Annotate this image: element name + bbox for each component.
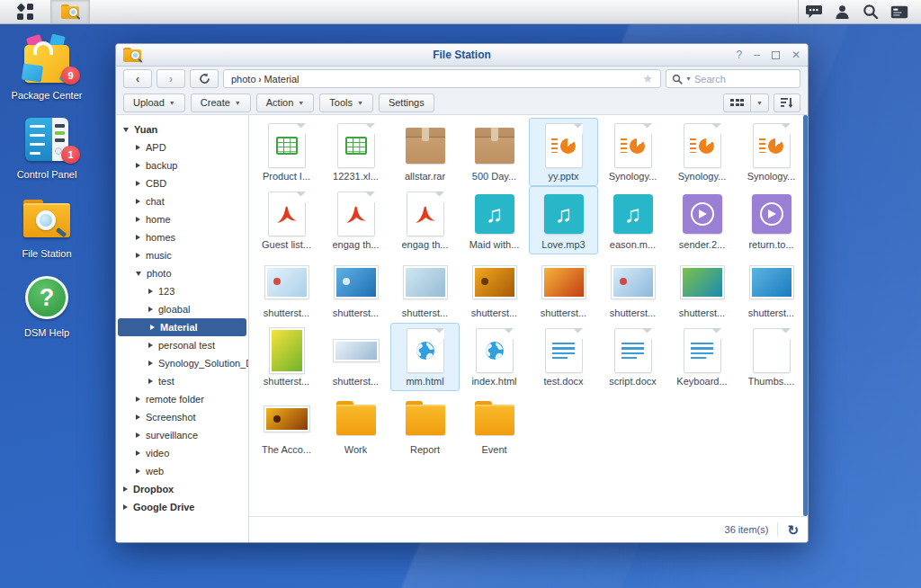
view-mode-caret-icon[interactable]: ▼	[750, 94, 768, 111]
chevron-right-icon[interactable]	[136, 414, 140, 420]
search-button[interactable]	[856, 0, 885, 24]
sidebar-item-cbd[interactable]: CBD	[116, 174, 248, 192]
bookmark-star-icon[interactable]: ★	[642, 72, 653, 85]
chevron-right-icon[interactable]	[123, 486, 128, 492]
chevron-right-icon[interactable]	[136, 432, 140, 438]
file-item[interactable]: test.docx	[529, 323, 598, 391]
desktop-icon-dsm-help[interactable]: ? DSM Help	[7, 272, 86, 339]
sidebar-item-backup[interactable]: backup	[116, 156, 248, 174]
chevron-right-icon[interactable]	[136, 468, 140, 474]
search-input[interactable]	[694, 74, 775, 85]
chevron-right-icon[interactable]	[148, 307, 153, 312]
sidebar-item-synology-solution-d[interactable]: Synology_Solution_D	[116, 354, 248, 372]
chevron-right-icon[interactable]	[136, 199, 140, 204]
sidebar-item-google-drive[interactable]: Google Drive	[116, 498, 248, 516]
chevron-right-icon[interactable]	[123, 504, 128, 510]
file-item[interactable]: shutterst...	[321, 323, 390, 391]
create-button[interactable]: Create▼	[191, 94, 251, 112]
search-box[interactable]: ▼	[666, 69, 800, 88]
file-item[interactable]: The Acco...	[252, 391, 321, 459]
refresh-button[interactable]	[190, 69, 219, 88]
breadcrumb-segment[interactable]: Material	[264, 74, 299, 85]
file-item[interactable]: Synology...	[598, 118, 667, 186]
sidebar-item-home[interactable]: home	[116, 210, 248, 228]
file-item[interactable]: Synology...	[737, 118, 806, 186]
notifications-button[interactable]	[799, 0, 827, 24]
file-item[interactable]: Keyboard...	[667, 323, 737, 391]
sidebar-item-music[interactable]: music	[116, 246, 248, 264]
file-item[interactable]: mm.html	[390, 323, 460, 391]
sidebar-item-surveillance[interactable]: surveillance	[116, 426, 248, 444]
help-button[interactable]: ?	[737, 49, 743, 60]
sidebar-item-homes[interactable]: homes	[116, 228, 248, 246]
file-scroll-area[interactable]: Product I...12231.xl...allstar.rar500 Da…	[249, 115, 808, 516]
status-refresh-button[interactable]: ↻	[787, 523, 799, 537]
chevron-right-icon[interactable]	[136, 396, 140, 402]
file-item[interactable]: Work	[321, 391, 390, 459]
sidebar-item-remote-folder[interactable]: remote folder	[116, 390, 248, 408]
user-menu-button[interactable]	[827, 0, 856, 24]
breadcrumb-segment[interactable]: photo	[231, 74, 256, 85]
file-item[interactable]: shutterst...	[252, 254, 321, 323]
chevron-right-icon[interactable]	[148, 289, 153, 294]
chevron-right-icon[interactable]	[136, 235, 140, 240]
file-item[interactable]: shutterst...	[390, 254, 460, 323]
maximize-button[interactable]	[772, 51, 780, 59]
file-item[interactable]: Event	[460, 391, 529, 459]
desktop-icon-package-center[interactable]: 9 Package Center	[7, 34, 86, 102]
chevron-down-icon[interactable]	[136, 272, 141, 276]
file-item[interactable]: Guest list...	[252, 186, 321, 254]
sidebar-item-test[interactable]: test	[116, 372, 248, 390]
minimize-button[interactable]: –	[754, 49, 760, 60]
file-item[interactable]: Thumbs....	[737, 323, 806, 391]
sidebar-item-video[interactable]: video	[116, 444, 248, 462]
file-item[interactable]: yy.pptx	[529, 118, 598, 186]
sidebar-item-chat[interactable]: chat	[116, 192, 248, 210]
file-item[interactable]: shutterst...	[598, 254, 667, 323]
desktop-icon-file-station[interactable]: File Station	[7, 192, 86, 260]
file-item[interactable]: shutterst...	[460, 254, 529, 323]
widgets-button[interactable]	[885, 0, 914, 24]
sidebar-item-yuan[interactable]: Yuan	[116, 120, 248, 138]
taskbar-file-station-button[interactable]	[51, 0, 89, 23]
file-item[interactable]: script.docx	[598, 323, 667, 391]
chevron-right-icon[interactable]	[136, 145, 140, 150]
file-item[interactable]: shutterst...	[667, 254, 737, 323]
chevron-right-icon[interactable]	[148, 343, 153, 348]
tools-button[interactable]: Tools▼	[319, 94, 373, 112]
file-item[interactable]: ♫Maid with...	[460, 186, 529, 254]
grid-view-icon[interactable]	[724, 94, 750, 111]
sidebar-item-apd[interactable]: APD	[116, 138, 248, 156]
file-item[interactable]: allstar.rar	[390, 118, 460, 186]
sidebar-item-gloabal[interactable]: gloabal	[116, 300, 248, 318]
file-item[interactable]: 12231.xl...	[321, 118, 390, 186]
chevron-right-icon[interactable]	[136, 253, 140, 258]
file-item[interactable]: ♫eason.m...	[598, 186, 667, 254]
chevron-right-icon[interactable]	[136, 217, 140, 222]
file-item[interactable]: Synology...	[667, 118, 737, 186]
close-button[interactable]: ✕	[791, 49, 800, 60]
chevron-down-icon[interactable]	[123, 128, 129, 132]
action-button[interactable]: Action▼	[256, 94, 315, 112]
chevron-right-icon[interactable]	[148, 361, 153, 366]
file-item[interactable]: ♫Love.mp3	[529, 186, 598, 254]
sidebar-item-material[interactable]: Material	[118, 318, 246, 336]
file-item[interactable]: shutterst...	[321, 254, 390, 323]
desktop-icon-control-panel[interactable]: 1 Control Panel	[7, 113, 86, 181]
chevron-right-icon[interactable]	[136, 450, 140, 456]
chevron-right-icon[interactable]	[148, 379, 153, 384]
breadcrumb[interactable]: photo › Material ★	[223, 69, 661, 88]
upload-button[interactable]: Upload▼	[123, 94, 185, 112]
forward-button[interactable]: ›	[156, 69, 185, 88]
chevron-right-icon[interactable]	[136, 163, 140, 168]
sidebar-item-photo[interactable]: photo	[116, 264, 248, 282]
file-item[interactable]: index.html	[460, 323, 529, 391]
sidebar-item-web[interactable]: web	[116, 462, 248, 480]
file-item[interactable]: Product I...	[252, 118, 321, 186]
back-button[interactable]: ‹	[123, 69, 152, 88]
chevron-right-icon[interactable]	[150, 325, 155, 330]
file-item[interactable]: return.to...	[737, 186, 806, 254]
main-menu-button[interactable]	[0, 0, 50, 23]
titlebar[interactable]: File Station ? – ✕	[116, 44, 808, 67]
file-item[interactable]: shutterst...	[252, 323, 321, 391]
